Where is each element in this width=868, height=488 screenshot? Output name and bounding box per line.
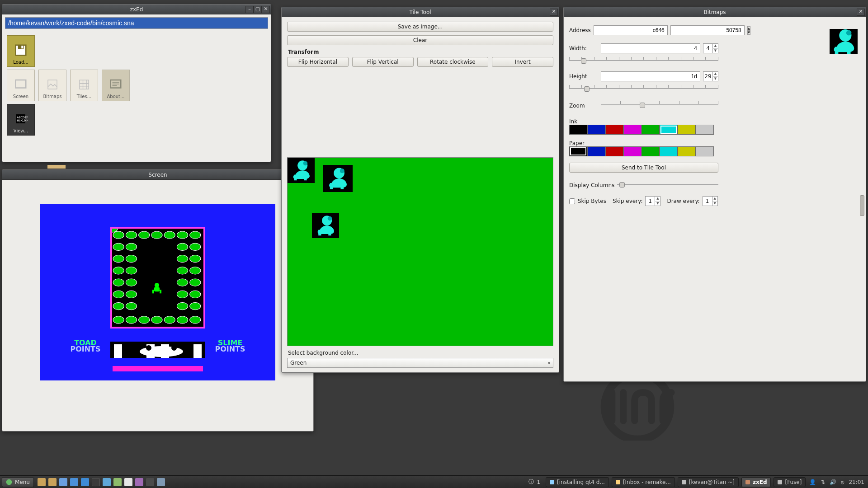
ink-swatch-0[interactable] — [569, 125, 587, 135]
bitmaps-titlebar[interactable]: Bitmaps ✕ — [564, 7, 866, 17]
paper-swatch-2[interactable] — [605, 146, 623, 156]
ink-swatch-6[interactable] — [678, 125, 696, 135]
dispcols-slider[interactable] — [617, 180, 718, 189]
close-button[interactable]: ✕ — [262, 6, 270, 13]
svg-point-0 — [605, 374, 670, 440]
minimize-button[interactable]: – — [245, 6, 254, 13]
ql-chat-icon[interactable] — [70, 478, 78, 486]
width-up[interactable]: ▲ — [712, 44, 718, 49]
task-button[interactable]: [Inbox - remake... — [612, 477, 675, 487]
tile-canvas[interactable] — [287, 157, 553, 346]
ql-folder-icon[interactable] — [48, 478, 57, 486]
task-button[interactable]: [installing qt4 d... — [546, 477, 609, 487]
drawevery-spinner[interactable]: 1▲▼ — [703, 196, 718, 206]
ql-app3-icon[interactable] — [146, 478, 154, 486]
ql-app4-icon[interactable] — [157, 478, 165, 486]
paper-swatch-0[interactable] — [569, 146, 587, 156]
address-down[interactable]: ▼ — [747, 31, 750, 35]
send-to-tiletool-button[interactable]: Send to Tile Tool — [569, 163, 718, 173]
about-button[interactable]: About... — [102, 70, 130, 101]
task-button[interactable]: [kevan@Titan ~] — [678, 477, 739, 487]
task-label: [installing qt4 d... — [557, 479, 605, 485]
paper-swatch-3[interactable] — [623, 146, 642, 156]
skipbytes-checkbox[interactable] — [569, 198, 575, 204]
screen-button[interactable]: Screen — [7, 70, 35, 101]
ink-swatch-3[interactable] — [623, 125, 642, 135]
paper-swatch-7[interactable] — [696, 146, 714, 156]
ql-media-icon[interactable] — [135, 478, 143, 486]
address-up[interactable]: ▲ — [747, 26, 750, 31]
height-hex-input[interactable] — [601, 71, 700, 81]
sprite-instance[interactable] — [288, 158, 315, 183]
height-slider[interactable] — [569, 84, 718, 93]
clock[interactable]: 21:01 — [849, 479, 864, 485]
address-hex-input[interactable] — [594, 25, 668, 35]
rotate-clockwise-button[interactable]: Rotate clockwise — [417, 57, 489, 67]
bitmaps-close-button[interactable]: ✕ — [857, 9, 865, 16]
screen-titlebar[interactable]: Screen — [2, 170, 313, 180]
width-down[interactable]: ▼ — [712, 49, 718, 53]
width-slider-thumb[interactable] — [581, 58, 586, 64]
zoom-slider-thumb[interactable] — [640, 103, 645, 108]
ink-swatch-2[interactable] — [605, 125, 623, 135]
height-spinner[interactable]: 29▲▼ — [703, 71, 718, 81]
ql-terminal-icon[interactable] — [92, 478, 100, 486]
bgcolor-combo[interactable]: Green — [287, 358, 553, 368]
view-button[interactable]: ABCDEFGHIJKLMN View... — [7, 104, 35, 136]
ql-globe-icon[interactable] — [59, 478, 67, 486]
tray-volume-icon[interactable]: 🔊 — [830, 479, 836, 485]
ink-swatch-1[interactable] — [587, 125, 605, 135]
maximize-button[interactable]: ▢ — [254, 6, 262, 13]
sprite-instance[interactable] — [312, 213, 339, 238]
height-down[interactable]: ▼ — [712, 77, 718, 81]
workspace-badge[interactable]: 1 — [537, 479, 540, 485]
bitmap-preview — [830, 29, 858, 54]
bitmaps-scroll-thumb[interactable] — [860, 195, 864, 216]
dispcols-thumb[interactable] — [619, 182, 625, 188]
ink-swatch-4[interactable] — [642, 125, 660, 135]
zxed-toolbar: Load... Screen Bitmaps Tiles... About... — [2, 32, 271, 139]
file-path-input[interactable] — [5, 17, 268, 29]
zoom-slider[interactable] — [601, 100, 718, 109]
tray-network-icon[interactable]: ⇅ — [821, 479, 825, 485]
paper-swatch-1[interactable] — [587, 146, 605, 156]
zxed-titlebar[interactable]: zxEd – ▢ ✕ — [2, 5, 271, 14]
ink-swatch-5[interactable] — [660, 125, 678, 135]
svg-point-21 — [151, 316, 162, 324]
paper-swatch-6[interactable] — [678, 146, 696, 156]
tiletool-titlebar[interactable]: Tile Tool ✕ — [282, 7, 559, 17]
invert-button[interactable]: Invert — [492, 57, 553, 67]
bitmaps-button[interactable]: Bitmaps — [38, 70, 66, 101]
ql-app2-icon[interactable] — [113, 478, 122, 486]
task-button[interactable]: zxEd — [741, 477, 771, 487]
ql-files-icon[interactable] — [38, 478, 46, 486]
panel-divider-handle[interactable] — [47, 165, 66, 169]
skipevery-spinner[interactable]: 1▲▼ — [645, 196, 660, 206]
ink-swatch-7[interactable] — [696, 125, 714, 135]
width-hex-input[interactable] — [601, 43, 700, 53]
tiletool-close-button[interactable]: ✕ — [550, 9, 558, 16]
tray-user-icon[interactable]: 👤 — [809, 479, 816, 485]
height-slider-thumb[interactable] — [584, 86, 590, 92]
bitmaps-scrollbar[interactable] — [860, 27, 864, 377]
task-button[interactable]: [Fuse] — [774, 477, 806, 487]
start-menu-button[interactable]: Menu — [2, 477, 34, 487]
tray-wifi-icon[interactable]: ⎋ — [841, 479, 844, 485]
ql-mail-icon[interactable] — [81, 478, 89, 486]
flip-horizontal-button[interactable]: Flip Horizontal — [287, 57, 349, 67]
flip-vertical-button[interactable]: Flip Vertical — [352, 57, 414, 67]
paper-swatch-4[interactable] — [642, 146, 660, 156]
ql-app1-icon[interactable] — [103, 478, 111, 486]
paper-swatch-5[interactable] — [660, 146, 678, 156]
width-spinner[interactable]: 4▲▼ — [703, 43, 718, 53]
sprite-instance[interactable] — [323, 165, 353, 192]
zxed-window: zxEd – ▢ ✕ Load... Screen Bitmaps — [2, 4, 271, 162]
address-dec-input[interactable] — [670, 25, 745, 35]
save-as-image-button[interactable]: Save as image... — [287, 22, 553, 32]
ql-doc-icon[interactable] — [124, 478, 132, 486]
width-slider[interactable] — [569, 56, 718, 65]
load-button[interactable]: Load... — [7, 35, 35, 67]
height-up[interactable]: ▲ — [712, 72, 718, 77]
clear-button[interactable]: Clear — [287, 35, 553, 45]
tiles-button[interactable]: Tiles... — [70, 70, 98, 101]
